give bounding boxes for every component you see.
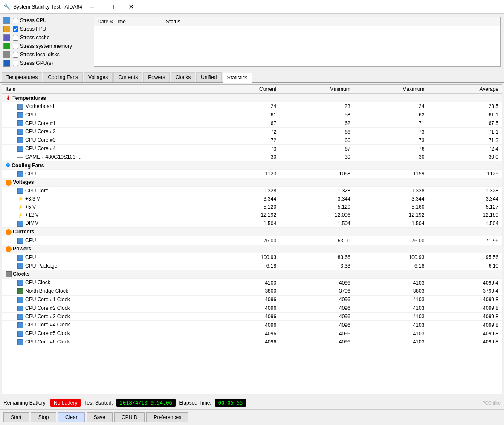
tab-currents[interactable]: Currents (113, 72, 142, 82)
table-row: ⚡+3.3 V3.3443.3443.3443.344 (2, 195, 502, 203)
table-row: North Bridge Clock3800379638033799.4 (2, 287, 502, 296)
col-maximum: Maximum (354, 85, 428, 94)
title-bar-icon: 🔧 (3, 3, 11, 10)
start-button[interactable]: Start (3, 412, 29, 422)
table-row: CPU Core #473677672.4 (2, 145, 502, 153)
stress-cpu-checkbox-item[interactable]: Stress CPU (3, 17, 89, 24)
table-row: CPU61586261.1 (2, 111, 502, 119)
log-col-datetime: Date & Time (94, 17, 162, 26)
maximize-button[interactable]: □ (102, 0, 122, 14)
stress-cpu-icon (3, 17, 10, 24)
log-body (94, 26, 500, 66)
table-row: CPU Core #2 Clock4096409641034099.8 (2, 304, 502, 312)
stress-disk-checkbox[interactable] (13, 52, 18, 58)
stress-gpu-label: Stress GPU(s) (20, 60, 53, 66)
stress-cpu-label: Stress CPU (20, 17, 47, 23)
stress-mem-checkbox-item[interactable]: Stress system memory (3, 43, 89, 49)
clear-button[interactable]: Clear (58, 412, 85, 422)
table-row: CPU1123106811591125 (2, 169, 502, 178)
table-row: CPU Clock4100409641034099.4 (2, 279, 502, 287)
stress-cache-icon (3, 34, 10, 41)
statistics-table-container[interactable]: Item Current Minimum Maximum Average 🌡 T… (2, 84, 502, 394)
elapsed-time-value: 00:05:55 (215, 399, 246, 407)
section-temperatures: 🌡 Temperatures (2, 94, 502, 102)
stress-options: Stress CPUStress FPUStress cacheStress s… (3, 17, 89, 67)
bottom-bar: Remaining Battery: No battery Test Start… (0, 396, 504, 409)
col-average: Average (428, 85, 502, 94)
title-bar: 🔧 System Stability Test - AIDA64 – □ ✕ (0, 0, 504, 14)
title-bar-controls: – □ ✕ (82, 0, 141, 14)
minimize-button[interactable]: – (82, 0, 102, 14)
section-powers: Powers (2, 245, 502, 253)
table-row: CPU Core #272667371.1 (2, 128, 502, 136)
title-bar-title: System Stability Test - AIDA64 (13, 4, 82, 10)
section-clocks: Clocks (2, 270, 502, 279)
table-row: CPU100.9383.66100.9395.56 (2, 253, 502, 262)
table-row: CPU Core #1 Clock4096409641034099.8 (2, 295, 502, 304)
table-row: CPU Core #372667371.3 (2, 136, 502, 145)
table-row: ⚡+12 V12.19212.09612.19212.189 (2, 211, 502, 219)
tab-powers[interactable]: Powers (143, 72, 170, 82)
col-item: Item (2, 85, 206, 94)
table-row: CPU Core #5 Clock4096409641034099.8 (2, 329, 502, 338)
tabs: TemperaturesCooling FansVoltagesCurrents… (0, 70, 504, 83)
main-content: Stress CPUStress FPUStress cacheStress s… (0, 14, 504, 425)
stress-disk-checkbox-item[interactable]: Stress local disks (3, 51, 89, 58)
table-row: CPU Core #6 Clock4096409641034099.8 (2, 338, 502, 346)
table-row: CPU Core #3 Clock4096409641034099.8 (2, 312, 502, 321)
stress-mem-icon (3, 43, 10, 49)
stress-mem-checkbox[interactable] (13, 44, 18, 49)
tab-unified[interactable]: Unified (196, 72, 221, 82)
table-row: CPU Package6.183.336.186.10 (2, 262, 502, 270)
test-started-value: 2018/4/10 9:54:06 (116, 399, 176, 407)
log-header: Date & Time Status (94, 17, 500, 26)
stress-gpu-icon (3, 60, 10, 67)
section-currents: Currents (2, 228, 502, 236)
stress-cache-checkbox-item[interactable]: Stress cache (3, 34, 89, 41)
save-button[interactable]: Save (87, 412, 113, 422)
table-row: CPU Core #4 Clock4096409641034099.8 (2, 321, 502, 329)
stress-fpu-label: Stress FPU (20, 26, 46, 32)
tab-voltages[interactable]: Voltages (84, 72, 113, 82)
preferences-button[interactable]: Preferences (146, 412, 188, 422)
table-row: CPU76.0063.0076.0071.96 (2, 236, 502, 245)
stress-fpu-checkbox-item[interactable]: Stress FPU (3, 26, 89, 32)
stress-cache-label: Stress cache (20, 35, 49, 41)
table-row: CPU Core1.3281.3281.3281.328 (2, 186, 502, 195)
log-col-status: Status (162, 17, 500, 26)
tab-temperatures[interactable]: Temperatures (2, 72, 42, 82)
stress-mem-label: Stress system memory (20, 43, 72, 49)
table-row: ⚡+5 V5.1205.1205.1605.127 (2, 203, 502, 211)
watermark: PCOnline (482, 401, 501, 405)
elapsed-time-label: Elapsed Time: (179, 400, 211, 406)
stress-cache-checkbox[interactable] (13, 35, 18, 41)
stress-disk-icon (3, 51, 10, 58)
table-row: Motherboard24232423.5 (2, 102, 502, 111)
stress-gpu-checkbox[interactable] (13, 61, 18, 66)
stress-fpu-icon (3, 26, 10, 32)
test-started-label: Test Started: (84, 400, 113, 406)
table-row: DIMM1.5041.5041.5041.504 (2, 219, 502, 228)
section-voltages: Voltages (2, 178, 502, 186)
table-row: GAMER 480G10S103-...30303030.0 (2, 153, 502, 161)
button-bar: Start Stop Clear Save CPUID Preferences (0, 409, 504, 425)
stress-gpu-checkbox-item[interactable]: Stress GPU(s) (3, 60, 89, 67)
tab-clocks[interactable]: Clocks (171, 72, 195, 82)
statistics-table: Item Current Minimum Maximum Average 🌡 T… (2, 85, 502, 346)
remaining-battery-label: Remaining Battery: (3, 400, 47, 406)
log-area: Date & Time Status (94, 17, 501, 67)
stress-cpu-checkbox[interactable] (13, 18, 18, 23)
battery-badge: No battery (50, 399, 81, 407)
tab-cooling-fans[interactable]: Cooling Fans (43, 72, 83, 82)
tab-statistics[interactable]: Statistics (223, 73, 252, 83)
col-current: Current (206, 85, 280, 94)
stress-disk-label: Stress local disks (20, 52, 60, 58)
stress-fpu-checkbox[interactable] (13, 26, 18, 32)
table-row: CPU Core #167627167.5 (2, 119, 502, 128)
stop-button[interactable]: Stop (31, 412, 56, 422)
close-button[interactable]: ✕ (122, 0, 141, 14)
top-panel: Stress CPUStress FPUStress cacheStress s… (0, 14, 504, 70)
cpuid-button[interactable]: CPUID (114, 412, 145, 422)
section-cooling-fans: ❄ Cooling Fans (2, 161, 502, 169)
col-minimum: Minimum (280, 85, 354, 94)
